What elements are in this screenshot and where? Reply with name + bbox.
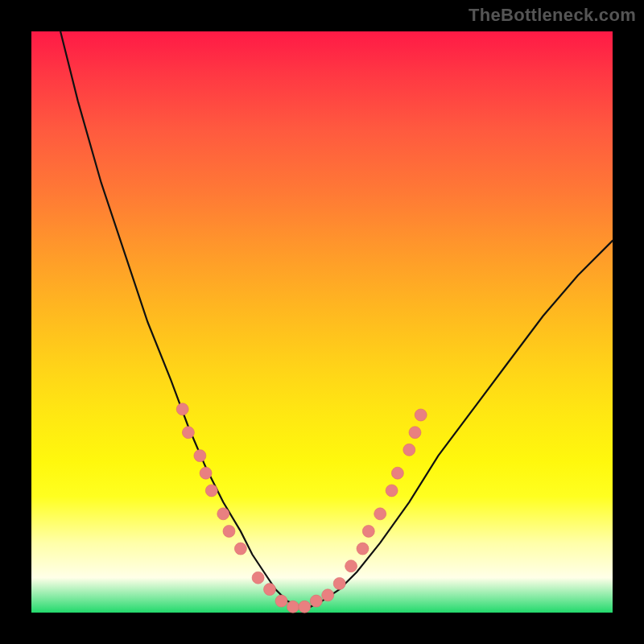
watermark-text: TheBottleneck.com bbox=[469, 5, 636, 26]
data-point bbox=[182, 427, 194, 439]
data-point bbox=[194, 450, 206, 462]
data-point bbox=[386, 485, 398, 497]
data-point bbox=[409, 427, 421, 439]
data-point bbox=[200, 467, 212, 479]
data-point bbox=[362, 525, 374, 537]
data-point bbox=[322, 589, 334, 601]
data-point bbox=[234, 543, 246, 555]
data-point bbox=[217, 508, 229, 520]
plot-area bbox=[31, 31, 613, 613]
data-point bbox=[403, 444, 415, 456]
data-point bbox=[176, 403, 188, 415]
data-points-group bbox=[176, 403, 427, 613]
data-point bbox=[357, 543, 369, 555]
data-point bbox=[415, 409, 427, 421]
data-point bbox=[264, 584, 276, 596]
data-point bbox=[287, 601, 299, 613]
data-point bbox=[391, 467, 403, 479]
data-point bbox=[205, 485, 217, 497]
curve-svg bbox=[31, 31, 613, 613]
data-point bbox=[345, 560, 357, 572]
data-point bbox=[223, 525, 235, 537]
data-point bbox=[374, 508, 386, 520]
data-point bbox=[299, 601, 311, 613]
data-point bbox=[310, 595, 322, 607]
chart-frame: TheBottleneck.com bbox=[0, 0, 644, 644]
data-point bbox=[333, 577, 345, 589]
data-point bbox=[252, 572, 264, 584]
bottleneck-curve bbox=[60, 31, 613, 607]
data-point bbox=[275, 595, 287, 607]
